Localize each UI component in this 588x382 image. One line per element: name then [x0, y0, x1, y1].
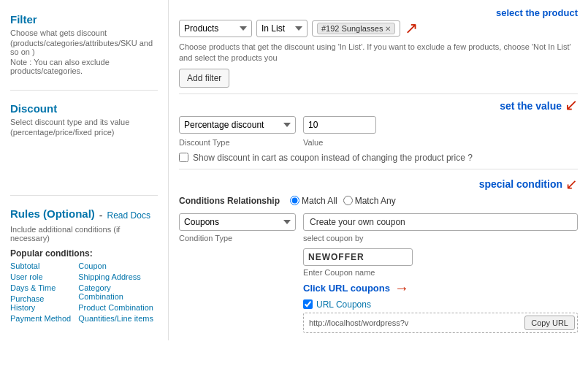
condition-type-label: Condition Type	[179, 234, 296, 242]
select-coupon-by-label: select coupon by	[303, 234, 364, 242]
click-url-annotation: Click URL coupons	[303, 283, 390, 294]
url-row: http://localhost/wordpress?v Copy URL	[303, 313, 578, 333]
product-type-select[interactable]: Products	[179, 20, 252, 37]
conditions-relationship-row: Conditions Relationship Match All Match …	[179, 196, 578, 206]
url-coupon-checkbox-row: URL Coupons	[303, 299, 578, 310]
condition-shipping-address[interactable]: Shipping Address	[78, 272, 158, 281]
condition-user-role[interactable]: User role	[10, 272, 71, 281]
copy-url-button[interactable]: Copy URL	[524, 316, 575, 330]
condition-purchase-history[interactable]: Purchase History	[10, 294, 71, 312]
conditions-col-2: Coupon Shipping Address Category Combina…	[78, 261, 158, 323]
discount-type-label: Discount Type	[179, 138, 296, 147]
match-any-radio[interactable]	[343, 196, 353, 205]
rules-title-row: Rules (Optional) - Read Docs	[10, 207, 158, 223]
condition-type-row: Coupons Create your own coupon	[179, 213, 578, 231]
discount-type-select[interactable]: Percentage discount	[179, 116, 296, 134]
discount-subtitle2: (percentage/price/fixed price)	[10, 128, 158, 137]
product-tag-text: #192 Sunglasses	[321, 24, 383, 33]
match-any-label: Match Any	[355, 196, 396, 206]
url-text: http://localhost/wordpress?v	[306, 317, 522, 329]
right-panel: select the product Products In List #192…	[168, 0, 588, 340]
show-discount-label: Show discount in cart as coupon instead …	[193, 153, 473, 163]
match-all-label: Match All	[302, 196, 337, 206]
discount-row: Percentage discount	[179, 116, 578, 134]
condition-payment-method[interactable]: Payment Method	[10, 314, 71, 323]
condition-subtotal[interactable]: Subtotal	[10, 261, 71, 270]
coupon-name-input[interactable]	[303, 248, 413, 266]
popular-conditions-title: Popular conditions:	[10, 248, 158, 259]
enter-coupon-label: Enter Coupon name	[303, 268, 578, 277]
discount-subtitle: Select discount type and its value	[10, 118, 158, 126]
set-value-arrow: ↙	[565, 97, 578, 113]
in-list-select[interactable]: In List	[256, 20, 308, 37]
filter-subtitle2: (products/categories/attributes/SKU and …	[10, 39, 158, 56]
show-discount-checkbox-row: Show discount in cart as coupon instead …	[179, 153, 578, 163]
discount-field-labels: Discount Type Value	[179, 137, 578, 147]
special-condition-arrow: ↙	[565, 175, 578, 193]
filter-title: Filter	[10, 13, 158, 26]
discount-section: Discount Select discount type and its va…	[10, 96, 158, 144]
condition-category-combination[interactable]: Category Combination	[78, 283, 158, 301]
conditions-columns: Subtotal User role Days & Time Purchase …	[10, 261, 158, 323]
popular-conditions: Popular conditions: Subtotal User role D…	[10, 248, 158, 323]
filter-row: Products In List #192 Sunglasses ✕ ↗	[179, 20, 578, 37]
condition-days-time[interactable]: Days & Time	[10, 283, 71, 292]
match-all-radio[interactable]	[290, 196, 299, 205]
set-value-annotation: set the value	[500, 100, 562, 112]
url-coupon-label: URL Coupons	[316, 299, 371, 310]
click-url-annotation-row: Click URL coupons →	[303, 280, 578, 297]
filter-hint: Choose products that get the discount us…	[179, 42, 578, 64]
filter-controls: select the product Products In List #192…	[179, 7, 578, 88]
rules-subtitle: Include additional conditions (if necess…	[10, 225, 158, 242]
url-coupon-checkbox[interactable]	[303, 299, 313, 309]
select-product-arrow: ↗	[405, 20, 418, 37]
tag-close-icon[interactable]: ✕	[385, 25, 391, 33]
click-url-arrow: →	[394, 280, 409, 297]
discount-value-input[interactable]	[303, 116, 376, 134]
rules-section: Rules (Optional) - Read Docs Include add…	[10, 202, 158, 329]
discount-controls: set the value ↙ Percentage discount Disc…	[179, 100, 578, 163]
condition-product-combination[interactable]: Product Combination	[78, 303, 158, 312]
filter-subtitle: Choose what gets discount	[10, 28, 158, 37]
special-condition-annotation: special condition	[479, 178, 562, 190]
select-product-annotation: select the product	[496, 7, 578, 18]
product-tag-input[interactable]: #192 Sunglasses ✕	[312, 20, 400, 37]
match-all-option: Match All	[290, 196, 337, 206]
condition-type-select[interactable]: Coupons	[179, 213, 296, 231]
product-tag: #192 Sunglasses ✕	[317, 23, 395, 34]
match-any-option: Match Any	[343, 196, 396, 206]
rules-title-dash: -	[99, 210, 103, 221]
rules-controls: special condition ↙ Conditions Relations…	[179, 175, 578, 333]
filter-note: Note : You can also exclude products/cat…	[10, 58, 158, 75]
create-coupon-box: Create your own coupon	[303, 213, 578, 231]
discount-title: Discount	[10, 102, 158, 115]
rules-title: Rules (Optional)	[10, 207, 95, 220]
coupon-name-section: Enter Coupon name Click URL coupons → UR…	[303, 248, 578, 333]
condition-quantities[interactable]: Quantities/Line items	[78, 314, 158, 323]
conditions-rel-label: Conditions Relationship	[179, 196, 280, 206]
add-filter-button[interactable]: Add filter	[179, 69, 229, 88]
condition-coupon[interactable]: Coupon	[78, 261, 158, 270]
discount-value-label: Value	[303, 138, 323, 147]
read-docs-link[interactable]: Read Docs	[107, 210, 150, 221]
conditions-col-1: Subtotal User role Days & Time Purchase …	[10, 261, 71, 323]
filter-section: Filter Choose what gets discount (produc…	[10, 7, 158, 87]
radio-group: Match All Match Any	[290, 196, 396, 206]
condition-field-labels: Condition Type select coupon by	[179, 234, 578, 242]
show-discount-checkbox[interactable]	[179, 153, 188, 162]
